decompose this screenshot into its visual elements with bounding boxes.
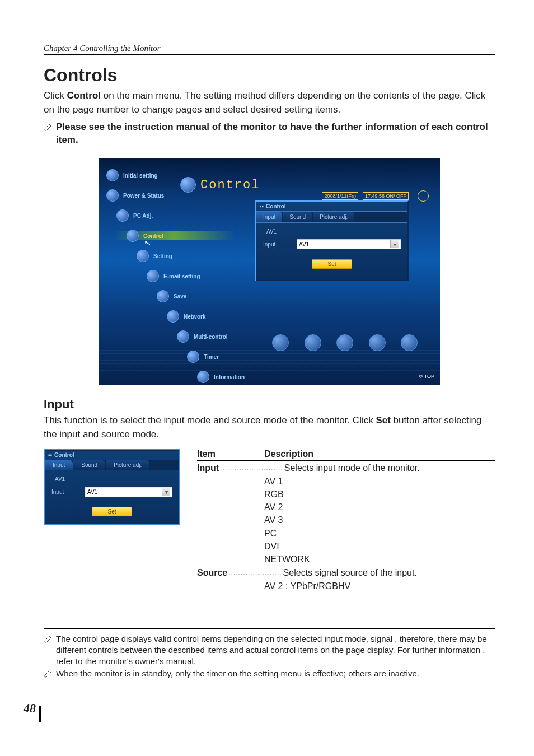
control-title-banner: Control xyxy=(180,177,260,193)
item-description-table: Item Description Input .................… xyxy=(197,449,495,592)
subtab-av1[interactable]: AV1 xyxy=(266,228,407,235)
intro-after: on the main menu. The setting method dif… xyxy=(44,90,485,115)
monitor-icon xyxy=(116,209,129,222)
menu-label: Network xyxy=(184,314,205,320)
page-number-rule xyxy=(39,706,41,722)
input-dropdown[interactable]: AV1 ▾ xyxy=(85,487,172,497)
set-button[interactable]: Set xyxy=(92,507,132,516)
input-dropdown-value: AV1 xyxy=(87,489,97,495)
panel-title-text: Control xyxy=(54,452,74,458)
menu-setting[interactable]: Setting xyxy=(137,248,244,264)
input-heading: Input xyxy=(44,397,495,412)
input-p-before: This function is to select the input mod… xyxy=(44,415,376,426)
leader-dots: ...................... xyxy=(227,568,283,578)
power-icon xyxy=(106,189,119,202)
menu-label: PC Adj. xyxy=(133,213,153,219)
control-title-text: Control xyxy=(200,178,260,192)
option-av2: AV 2 xyxy=(264,501,495,514)
chapter-header: Chapter 4 Controlling the Monitor xyxy=(44,44,495,55)
control-icon xyxy=(180,177,196,193)
input-p-bold: Set xyxy=(376,415,390,426)
th-item: Item xyxy=(197,449,264,459)
leader-dots: .......................... xyxy=(219,464,284,473)
tab-sound[interactable]: Sound xyxy=(283,212,313,222)
top-link[interactable]: ↻ TOP xyxy=(419,374,434,379)
pencil-note-icon xyxy=(44,669,53,678)
footnote-2: When the monitor is in standby, only the… xyxy=(56,668,495,679)
menu-network[interactable]: Network xyxy=(167,308,244,325)
input-paragraph: This function is to select the input mod… xyxy=(44,414,495,441)
chevron-down-icon: ▾ xyxy=(390,240,399,248)
page-number: 48 xyxy=(24,701,36,716)
input-dropdown-value: AV1 xyxy=(299,241,309,248)
option-network: NETWORK xyxy=(264,553,495,566)
reload-icon: ↻ xyxy=(419,374,423,379)
instruction-note: Please see the instruction manual of the… xyxy=(56,121,495,147)
subtab-av1[interactable]: AV1 xyxy=(55,476,179,482)
clock-icon xyxy=(413,186,433,206)
menu-save[interactable]: Save xyxy=(157,288,244,305)
menu-email-setting[interactable]: E-mail setting xyxy=(147,268,244,284)
menu-label: Setting xyxy=(153,253,172,259)
footnote-1: The control page displays valid control … xyxy=(56,633,495,668)
control-icon xyxy=(127,230,139,242)
menu-label: Save xyxy=(174,293,186,300)
td-item-source: Source xyxy=(197,567,227,579)
dots-icon: ▪▪ xyxy=(48,452,52,458)
menu-label: Power & Status xyxy=(123,193,164,199)
mail-icon xyxy=(147,270,159,282)
menu-pc-adj[interactable]: PC Adj. xyxy=(116,207,244,224)
control-screenshot-large: Initial setting Power & Status PC Adj. C… xyxy=(99,158,440,385)
tab-input[interactable]: Input xyxy=(256,212,283,222)
wrench-icon xyxy=(137,250,149,262)
option-av3: AV 3 xyxy=(264,514,495,526)
option-av2-ypbpr: AV 2 : YPbPr/RGBHV xyxy=(264,580,495,592)
network-icon xyxy=(167,310,179,323)
option-dvi: DVI xyxy=(264,540,495,553)
settings-icon xyxy=(106,169,119,181)
decorative-scanlines xyxy=(99,347,440,375)
input-dropdown[interactable]: AV1 ▾ xyxy=(297,239,401,249)
intro-paragraph: Click Control on the main menu. The sett… xyxy=(44,89,495,116)
intro-bold: Control xyxy=(67,90,101,101)
td-desc-input: Selects input mode of the monitor. xyxy=(284,462,420,474)
input-label: Input xyxy=(51,489,79,495)
panel-title-text: Control xyxy=(266,203,286,209)
top-link-text: TOP xyxy=(424,374,434,379)
tab-picture-adj[interactable]: Picture adj. xyxy=(313,212,355,222)
tab-input[interactable]: Input xyxy=(45,460,73,470)
dots-icon: ▪▪ xyxy=(260,203,264,209)
set-button[interactable]: Set xyxy=(312,259,352,269)
menu-label: Control xyxy=(143,233,163,239)
control-screenshot-small: ▪▪Control Input Sound Picture adj. AV1 I… xyxy=(44,449,180,525)
menu-label: Information xyxy=(214,374,245,380)
menu-multi-control[interactable]: Multi-control xyxy=(177,328,244,345)
td-desc-source: Selects signal source of the input. xyxy=(283,567,417,579)
status-date: 2008/1/11(Fri) xyxy=(322,192,358,200)
th-description: Description xyxy=(264,449,495,459)
save-icon xyxy=(157,290,169,302)
page-title: Controls xyxy=(44,65,495,86)
pencil-note-icon xyxy=(44,123,53,132)
menu-label: Multi-control xyxy=(194,334,228,340)
tab-sound[interactable]: Sound xyxy=(73,460,106,470)
pencil-note-icon xyxy=(44,634,53,643)
tab-picture-adj[interactable]: Picture adj. xyxy=(106,460,150,470)
td-item-input: Input xyxy=(197,462,219,474)
menu-label: E-mail setting xyxy=(163,273,200,279)
intro-before: Click xyxy=(44,90,67,101)
menu-label: Initial setting xyxy=(123,172,158,179)
option-av1: AV 1 xyxy=(264,475,495,488)
control-panel: ▪▪Control Input Sound Picture adj. AV1 I… xyxy=(255,200,409,281)
chevron-down-icon: ▾ xyxy=(162,488,170,496)
option-rgb: RGB xyxy=(264,488,495,501)
option-pc: PC xyxy=(264,527,495,540)
status-time: 17:49:56 ON/ OFF xyxy=(363,192,409,200)
input-label: Input xyxy=(263,241,291,248)
multi-icon xyxy=(177,330,189,343)
